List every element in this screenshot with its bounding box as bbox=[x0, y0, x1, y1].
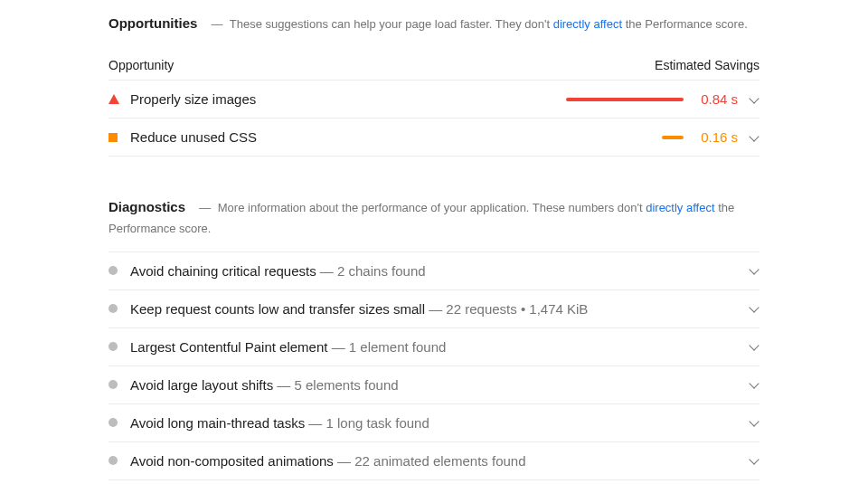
square-orange-icon bbox=[108, 133, 130, 142]
diagnostic-detail: 5 elements found bbox=[295, 377, 399, 393]
savings-bar bbox=[562, 98, 689, 101]
savings-bar bbox=[562, 136, 689, 139]
diagnostic-label: Avoid non-composited animations bbox=[130, 453, 334, 469]
col-savings: Estimated Savings bbox=[655, 58, 760, 72]
diagnostic-row[interactable]: Avoid chaining critical requests — 2 cha… bbox=[108, 251, 760, 289]
chevron-down-icon bbox=[738, 456, 760, 465]
diagnostics-title: Diagnostics bbox=[108, 199, 185, 214]
diagnostic-detail: 22 animated elements found bbox=[354, 453, 525, 469]
circle-gray-icon bbox=[108, 418, 130, 427]
savings-value: 0.84 s bbox=[689, 91, 738, 107]
diagnostic-row[interactable]: Avoid non-composited animations — 22 ani… bbox=[108, 441, 760, 480]
circle-gray-icon bbox=[108, 266, 130, 275]
opportunities-list: Properly size images0.84 sReduce unused … bbox=[108, 80, 760, 157]
circle-gray-icon bbox=[108, 304, 130, 313]
chevron-down-icon bbox=[738, 304, 760, 313]
diagnostic-detail: 1 long task found bbox=[326, 415, 429, 431]
diagnostic-row[interactable]: Largest Contentful Paint element — 1 ele… bbox=[108, 327, 760, 365]
diagnostic-detail: 22 requests • 1,474 KiB bbox=[446, 301, 588, 317]
chevron-down-icon bbox=[738, 95, 760, 104]
diagnostic-label: Avoid large layout shifts bbox=[130, 377, 273, 393]
diagnostic-label: Avoid long main-thread tasks bbox=[130, 415, 305, 431]
opportunities-table-header: Opportunity Estimated Savings bbox=[108, 45, 760, 80]
opportunities-header: Opportunities — These suggestions can he… bbox=[108, 13, 760, 34]
chevron-down-icon bbox=[738, 380, 760, 389]
circle-gray-icon bbox=[108, 456, 130, 465]
circle-gray-icon bbox=[108, 342, 130, 351]
diagnostic-detail: 1 element found bbox=[349, 339, 447, 355]
opportunity-row[interactable]: Properly size images0.84 s bbox=[108, 80, 760, 118]
directly-affect-link[interactable]: directly affect bbox=[553, 17, 622, 31]
circle-gray-icon bbox=[108, 380, 130, 389]
diagnostic-label: Largest Contentful Paint element bbox=[130, 339, 327, 355]
opportunity-label: Reduce unused CSS bbox=[130, 129, 562, 145]
chevron-down-icon bbox=[738, 342, 760, 351]
triangle-red-icon bbox=[108, 94, 130, 104]
diagnostic-label: Keep request counts low and transfer siz… bbox=[130, 301, 425, 317]
diagnostic-row[interactable]: Avoid large layout shifts — 5 elements f… bbox=[108, 365, 760, 403]
col-opportunity: Opportunity bbox=[108, 58, 174, 72]
diagnostic-row[interactable]: Keep request counts low and transfer siz… bbox=[108, 289, 760, 327]
diagnostics-subtitle: — More information about the performance… bbox=[108, 201, 734, 235]
chevron-down-icon bbox=[738, 418, 760, 427]
opportunity-row[interactable]: Reduce unused CSS0.16 s bbox=[108, 118, 760, 157]
diagnostic-label: Avoid chaining critical requests bbox=[130, 263, 316, 279]
opportunities-subtitle: — These suggestions can help your page l… bbox=[201, 17, 748, 31]
chevron-down-icon bbox=[738, 133, 760, 142]
diagnostic-row[interactable]: Avoid long main-thread tasks — 1 long ta… bbox=[108, 403, 760, 441]
savings-value: 0.16 s bbox=[689, 129, 738, 145]
diagnostic-detail: 2 chains found bbox=[337, 263, 426, 279]
opportunity-label: Properly size images bbox=[130, 91, 562, 107]
opportunities-title: Opportunities bbox=[108, 15, 197, 31]
directly-affect-link[interactable]: directly affect bbox=[646, 201, 714, 214]
chevron-down-icon bbox=[738, 266, 760, 275]
diagnostics-list: Avoid chaining critical requests — 2 cha… bbox=[108, 251, 760, 480]
diagnostics-header: Diagnostics — More information about the… bbox=[108, 196, 760, 239]
